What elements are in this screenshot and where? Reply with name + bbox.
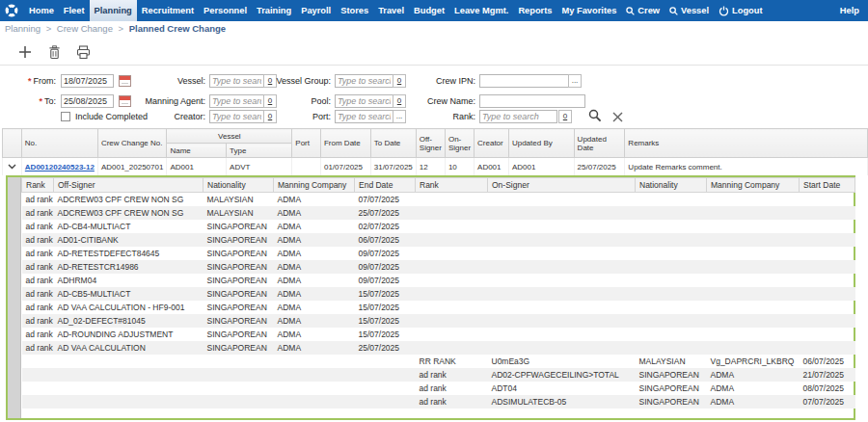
crew-ipn-input[interactable] [479, 74, 569, 88]
vessel-group-count[interactable]: 0 [393, 74, 406, 88]
col-vessel-group[interactable]: Vessel [167, 129, 292, 144]
cell-nationality: SINGAPOREAN [203, 301, 274, 314]
off-signer-row[interactable]: ad rankAD VAA CALCULATION - HF9-001SINGA… [22, 301, 855, 314]
nav-item-budget[interactable]: Budget [409, 0, 449, 21]
creator-input[interactable] [209, 110, 264, 123]
cell-manning-company2 [707, 206, 800, 220]
breadcrumb-crew-change[interactable]: Crew Change [57, 23, 113, 34]
col-from-date[interactable]: From Date [320, 129, 370, 158]
cell-nationality2 [636, 220, 707, 233]
cell-rank2: ad rank [416, 368, 488, 382]
manning-agent-input[interactable] [209, 94, 264, 108]
crew-change-row[interactable]: AD00120240523-12 AD001_20250701 AD001 AD… [3, 158, 868, 176]
cell-nationality [203, 395, 274, 409]
delete-button[interactable] [44, 42, 64, 62]
crew-name-input[interactable] [479, 94, 585, 108]
off-signer-row[interactable]: ad rankAD_02-DEFECT#81045SINGAPOREANADMA… [22, 314, 855, 328]
nav-item-travel[interactable]: Travel [373, 0, 409, 21]
nav-item-home[interactable]: Home [24, 0, 59, 21]
col-off-nationality: Nationality [203, 178, 274, 193]
port-browse-button[interactable]: ... [393, 110, 406, 123]
nav-item-stores[interactable]: Stores [336, 0, 373, 21]
nav-item-recruitment[interactable]: Recruitment [137, 0, 199, 21]
cell-start-date: 08/07/2025 [800, 382, 855, 395]
cell-start-date [800, 193, 855, 207]
col-port[interactable]: Port [292, 129, 321, 158]
off-signer-row[interactable]: ad rankAD-CB5-MULTIACTSINGAPOREANADMA15/… [22, 287, 855, 301]
col-creator[interactable]: Creator [475, 129, 509, 158]
to-date-input[interactable] [61, 94, 114, 108]
rank-count[interactable]: 0 [558, 110, 572, 123]
col-crew-change-no[interactable]: Crew Change No. [97, 129, 167, 158]
clear-button[interactable] [609, 108, 626, 125]
col-updated-by[interactable]: Updated By [508, 129, 574, 158]
expand-cell[interactable] [3, 158, 22, 176]
printer-icon [76, 45, 91, 60]
nav-item-crew[interactable]: Crew [621, 0, 665, 21]
nav-item-help[interactable]: Help [831, 0, 868, 21]
nav-item-label: Vessel [681, 6, 709, 15]
vessel-group-input[interactable] [335, 74, 393, 88]
nav-item-training[interactable]: Training [252, 0, 296, 21]
on-signer-row[interactable]: RR RANKU0mEa3GMALAYSIANVg_DAPRCRI_LKBRQ0… [22, 355, 855, 368]
col-to-date[interactable]: To Date [370, 129, 416, 158]
off-signer-row[interactable]: ad rankAD-CB4-MULTIACTSINGAPOREANADMA02/… [22, 220, 855, 233]
cell-manning-company2 [707, 233, 800, 247]
print-button[interactable] [73, 42, 93, 62]
cell-start-date [800, 260, 855, 274]
col-updated-date[interactable]: Updated Date [574, 129, 625, 158]
nav-item-reports[interactable]: Reports [513, 0, 556, 21]
rank-input[interactable] [479, 110, 557, 123]
include-completed-checkbox[interactable] [61, 112, 70, 121]
pool-input[interactable] [335, 94, 393, 108]
on-signer-row[interactable]: ad rankADT04SINGAPOREANADMA08/07/2025 [22, 382, 855, 395]
nav-item-logout[interactable]: Logout [714, 0, 768, 21]
col-vessel-type[interactable]: Type [227, 144, 292, 158]
nav-item-fleet[interactable]: Fleet [59, 0, 90, 21]
off-signer-row[interactable]: ad rankAD VAA CALCULATIONSINGAPOREANADMA… [22, 341, 855, 355]
from-date-input[interactable] [61, 74, 114, 88]
cell-end-date: 25/07/2025 [355, 341, 416, 355]
cell-nationality2 [636, 274, 707, 287]
detail-header-row: Rank Off-Signer Nationality Manning Comp… [22, 178, 855, 193]
off-signer-row[interactable]: ad rankADCREW03 CPF CREW NON SGMALAYSIAN… [22, 206, 855, 220]
col-remarks[interactable]: Remarks [625, 129, 868, 158]
off-signer-row[interactable]: ad rankADCREW03 CPF CREW NON SGMALAYSIAN… [22, 193, 855, 207]
off-signer-row[interactable]: ad rankAD-ROUNDING ADJUSTMENTSINGAPOREAN… [22, 328, 855, 341]
col-off-signer[interactable]: Off-Signer [416, 129, 445, 158]
nav-item-personnel[interactable]: Personnel [199, 0, 252, 21]
cell-rank: ad rank [22, 193, 54, 207]
col-vessel-name[interactable]: Name [167, 144, 227, 158]
pool-count[interactable]: 0 [393, 94, 406, 108]
col-on-signer[interactable]: On-Signer [445, 129, 474, 158]
on-signer-row[interactable]: ad rankADSIMULATECB-05SINGAPOREANADMA07/… [22, 395, 855, 409]
nav-item-planning[interactable]: Planning [90, 0, 137, 21]
crew-ipn-browse-button[interactable]: ... [568, 74, 582, 88]
from-label: *From: [0, 74, 56, 88]
off-signer-row[interactable]: ad rankAD-RETESTCR14986SINGAPOREANADMA09… [22, 260, 855, 274]
nav-item-label: Travel [378, 6, 404, 15]
off-signer-row[interactable]: ad rankAD-RETESTDEFECT84645SINGAPOREANAD… [22, 247, 855, 260]
col-no[interactable]: No. [21, 129, 97, 158]
search-button[interactable] [586, 107, 604, 124]
cell-rank: ad rank [22, 260, 54, 274]
planned-crew-change-page: HomeFleetPlanningRecruitmentPersonnelTra… [0, 0, 868, 422]
nav-item-label: Leave Mgmt. [454, 6, 508, 15]
port-input[interactable] [335, 110, 393, 123]
cell-on-signer: U0mEa3G [488, 355, 636, 368]
add-button[interactable] [15, 42, 35, 62]
nav-item-leave-mgmt[interactable]: Leave Mgmt. [449, 0, 513, 21]
nav-item-payroll[interactable]: Payroll [296, 0, 336, 21]
nav-item-vessel[interactable]: Vessel [665, 0, 714, 21]
crew-change-link[interactable]: AD00120240523-12 [25, 163, 95, 171]
off-signer-row[interactable]: ad rankAD01-CITIBANKSINGAPOREANADMA06/07… [22, 233, 855, 247]
manning-agent-label: Manning Agent: [116, 94, 205, 108]
cell-nationality: MALAYSIAN [203, 206, 274, 220]
off-signer-row[interactable]: ad rankADHRM04SINGAPOREANADMA09/07/2025 [22, 274, 855, 287]
vessel-input[interactable] [209, 74, 264, 88]
nav-item-my-favorites[interactable]: My Favorites [557, 0, 622, 21]
cell-nationality2 [636, 301, 707, 314]
on-signer-row[interactable]: ad rankAD02-CPFWAGECEILING>TOTALSINGAPOR… [22, 368, 855, 382]
breadcrumb-planning[interactable]: Planning [5, 23, 41, 34]
cell-nationality2: MALAYSIAN [636, 355, 707, 368]
